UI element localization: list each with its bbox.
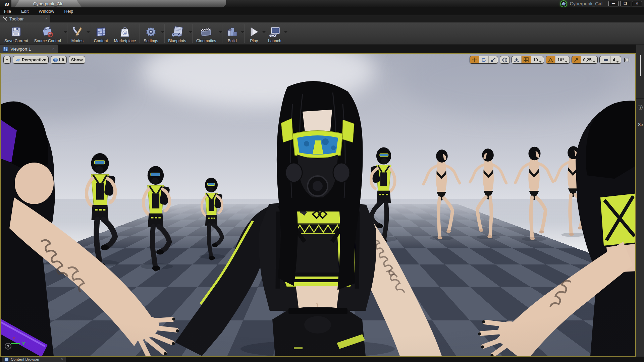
unreal-editor-window: u Cyberpunk_Girl Cyberpunk_Girl — ❐ ✕ Fi… [0, 0, 644, 362]
gear-icon [145, 26, 157, 38]
toolbar-tab[interactable]: Toolbar ✕ [0, 15, 50, 22]
close-button[interactable]: ✕ [632, 1, 642, 6]
scale-tool-button[interactable] [488, 56, 498, 64]
source-control-icon [41, 26, 54, 38]
content-browser-tab[interactable]: Content Browser ✕ [2, 357, 66, 362]
lit-button[interactable]: Lit [51, 56, 67, 64]
surface-snapping-button[interactable] [512, 56, 521, 64]
info-icon[interactable]: i [638, 105, 643, 110]
wrench-icon [3, 16, 7, 21]
toolbar-separator [140, 24, 140, 43]
scale-snap-value-dropdown[interactable]: 0,25 [581, 56, 597, 64]
chevron-down-icon [593, 61, 595, 63]
translate-tool-button[interactable] [470, 56, 479, 64]
rotation-snap-value-dropdown[interactable]: 10° [555, 56, 570, 64]
project-tab[interactable]: Cyberpunk_Girl [15, 0, 82, 7]
world-coordinate-button[interactable] [500, 56, 509, 64]
status-bar: Content Browser ✕ [0, 357, 644, 362]
viewport-3d[interactable]: X Y Perspective [0, 53, 636, 357]
camera-speed-button[interactable] [600, 56, 610, 64]
window-title: Cyberpunk_Girl [570, 1, 602, 6]
unreal-logo-icon: u [2, 0, 11, 7]
gamepad-sheet-icon [171, 26, 183, 38]
grid-icon [524, 57, 529, 62]
menu-bar: File Edit Window Help [0, 7, 644, 15]
rotation-snapping-button[interactable] [546, 56, 555, 64]
toolbar-tab-label: Toolbar [9, 16, 24, 21]
scale-snap-icon [574, 58, 579, 62]
launch-button[interactable]: Launch [265, 22, 286, 44]
content-browser-label: Content Browser [11, 357, 40, 361]
camera-speed-icon [602, 58, 608, 62]
lit-cube-icon [53, 57, 58, 62]
toolbar-tab-close-icon[interactable]: ✕ [45, 17, 48, 20]
viewport-tab-label: Viewport 1 [10, 47, 31, 52]
play-button[interactable]: Play [245, 22, 265, 44]
dropdown-caret-icon[interactable] [219, 31, 222, 33]
toolbar-separator [90, 24, 90, 43]
save-current-button[interactable]: Save Current [1, 22, 31, 44]
restore-button[interactable]: ❐ [620, 1, 630, 6]
help-button[interactable]: ? [5, 343, 11, 350]
right-collapsed-panel: i Se [636, 45, 644, 357]
dropdown-caret-icon[interactable] [64, 31, 67, 33]
menu-file[interactable]: File [0, 7, 16, 15]
content-browser-close-icon[interactable]: ✕ [61, 358, 63, 361]
move-icon [472, 57, 477, 62]
monitor-gamepad-icon [268, 26, 281, 38]
viewport-scene[interactable]: X Y [1, 54, 635, 356]
show-button[interactable]: Show [69, 56, 85, 64]
play-triangle-icon [248, 26, 260, 38]
toolbar-separator [192, 24, 193, 43]
panel-scrollbar[interactable] [640, 55, 641, 76]
dropdown-caret-icon[interactable] [284, 31, 287, 33]
chevron-down-icon [565, 61, 568, 63]
viewport-panes-icon [3, 47, 8, 52]
floppy-disk-icon [10, 26, 22, 38]
toolbar-separator [67, 24, 67, 43]
rotate-tool-button[interactable] [479, 56, 488, 64]
main-toolbar: Save Current Source Control [0, 22, 644, 45]
build-button[interactable]: Build [223, 22, 244, 44]
toolbar-separator [244, 24, 245, 43]
settings-button[interactable]: Settings [141, 22, 163, 44]
dropdown-caret-icon[interactable] [241, 31, 244, 33]
collapsed-tab-label[interactable]: Se [638, 122, 643, 127]
toolbar-tab-strip: Toolbar ✕ [0, 15, 644, 22]
source-control-button[interactable]: Source Control [31, 22, 66, 44]
cinematics-button[interactable]: Cinematics [193, 22, 221, 44]
dropdown-caret-icon[interactable] [161, 31, 164, 33]
viewport-options-dropdown[interactable] [3, 56, 11, 64]
menu-help[interactable]: Help [59, 7, 78, 15]
clapperboard-icon [200, 26, 213, 38]
project-orb-icon [560, 0, 567, 7]
marketplace-button[interactable]: u Marketplace [111, 22, 139, 44]
perspective-button[interactable]: Perspective [13, 56, 49, 64]
viewport-tab-close-icon[interactable]: ✕ [52, 47, 55, 51]
grid-snapping-button[interactable] [521, 56, 531, 64]
viewport-tab[interactable]: Viewport 1 ✕ [0, 45, 58, 53]
menu-window[interactable]: Window [34, 7, 59, 15]
svg-text:u: u [124, 32, 126, 35]
content-browser-icon [4, 357, 9, 362]
grid-snap-value-dropdown[interactable]: 10 [531, 56, 543, 64]
dropdown-caret-icon[interactable] [189, 31, 192, 33]
blueprints-button[interactable]: Blueprints [165, 22, 192, 44]
globe-icon [502, 57, 507, 63]
dropdown-caret-icon[interactable] [87, 31, 90, 33]
chevron-down-icon [6, 59, 8, 61]
maximize-viewport-button[interactable] [624, 58, 629, 62]
minimize-button[interactable]: — [608, 1, 619, 6]
scale-snapping-button[interactable] [572, 56, 581, 64]
content-button[interactable]: Content [91, 22, 111, 44]
chevron-down-icon [616, 61, 619, 63]
grid-folder-icon [95, 26, 107, 38]
title-right-cluster: Cyberpunk_Girl — ❐ ✕ [560, 0, 644, 7]
angle-snap-icon [548, 58, 553, 62]
panel-divider [636, 98, 644, 99]
viewport-tab-strip: Viewport 1 ✕ [0, 45, 636, 53]
camera-speed-value-dropdown[interactable]: 4 [610, 56, 621, 64]
modes-button[interactable]: Modes [68, 22, 89, 44]
menu-edit[interactable]: Edit [16, 7, 34, 15]
rotate-icon [481, 57, 486, 62]
